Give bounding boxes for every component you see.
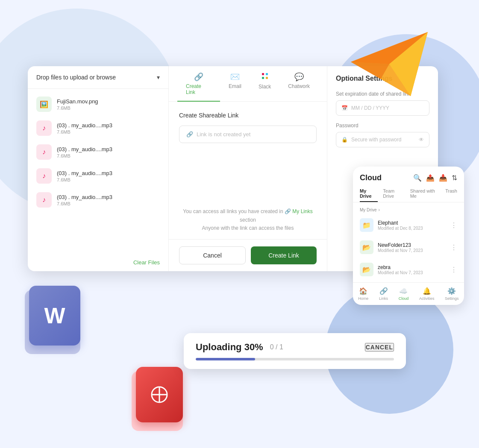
notice-text-1: You can access all links you have create…: [183, 208, 283, 214]
tabs-bar: 🔗 Create Link ✉️ Email Slack: [169, 66, 327, 102]
links-icon: 🔗: [379, 287, 388, 295]
cloud-card-header: Cloud 🔍 📤 📥 ⇅: [353, 167, 464, 186]
link-panel: 🔗 Create Link ✉️ Email Slack: [169, 66, 327, 271]
cancel-button[interactable]: Cancel: [179, 246, 246, 264]
link-notice: You can access all links you have create…: [169, 201, 327, 239]
nav-cloud-label: Cloud: [399, 296, 409, 301]
breadcrumb-label: My Drive: [360, 208, 376, 212]
date-placeholder: MM / DD / YYYY: [351, 105, 389, 111]
cloud-tab-my-drive[interactable]: My Drive: [360, 186, 378, 202]
nav-item-settings[interactable]: ⚙️ Settings: [445, 287, 459, 301]
file-size: 7.6MB: [57, 129, 160, 135]
chatwork-tab-icon: 💬: [294, 72, 304, 82]
settings-icon: ⚙️: [447, 287, 456, 295]
lock-icon: 🔒: [341, 137, 348, 143]
link-icon: 🔗: [186, 131, 193, 138]
shared-folder-icon: 📂: [360, 263, 373, 276]
eye-off-icon[interactable]: 👁: [419, 137, 424, 143]
svg-rect-7: [266, 77, 268, 79]
svg-rect-5: [266, 73, 268, 75]
tab-create-link[interactable]: 🔗 Create Link: [177, 66, 220, 101]
tab-chatwork[interactable]: 💬 Chatwork: [279, 66, 318, 101]
folder-name: NewFolder123: [378, 242, 446, 248]
file-info: (03) . my_audio....mp3 7.6MB: [57, 122, 160, 135]
nav-item-links[interactable]: 🔗 Links: [379, 287, 388, 301]
file-icon-audio: ♪: [36, 144, 52, 160]
cloud-breadcrumb: My Drive ›: [353, 206, 464, 214]
nav-activities-label: Activities: [419, 296, 435, 301]
file-icon-audio: ♪: [36, 120, 52, 136]
tab-create-link-label: Create Link: [186, 83, 212, 95]
folder-icon: 📁: [360, 218, 373, 232]
download-icon[interactable]: 📥: [439, 174, 447, 182]
nav-links-label: Links: [379, 296, 388, 301]
folder-name: Elephant: [378, 220, 446, 226]
list-item: ♪ (03) . my_audio....mp3 7.6MB: [28, 188, 168, 212]
file-info: (03) . my_audio....mp3 7.6MB: [57, 194, 160, 206]
folder-info: Elephant Modified at Dec 8, 2023: [378, 220, 446, 231]
nav-item-cloud[interactable]: ☁️ Cloud: [399, 287, 409, 301]
password-input-left: 🔒 Secure with password: [341, 137, 401, 143]
word-letter: W: [44, 303, 65, 328]
my-links-link[interactable]: My Links: [292, 208, 312, 214]
file-size: 7.6MB: [57, 201, 160, 206]
more-options-icon[interactable]: ⋮: [450, 221, 457, 229]
cloud-header-icons: 🔍 📤 📥 ⇅: [413, 174, 457, 182]
file-info: (03) . my_audio....mp3 7.6MB: [57, 146, 160, 158]
cloud-card: Cloud 🔍 📤 📥 ⇅ My Drive Team Drive Shared…: [353, 167, 464, 305]
file-panel-header[interactable]: Drop files to upload or browse ▾: [28, 66, 168, 89]
nav-item-home[interactable]: 🏠 Home: [358, 287, 368, 301]
more-options-icon[interactable]: ⋮: [450, 243, 457, 252]
nav-item-activities[interactable]: 🔔 Activities: [419, 287, 435, 301]
create-link-button[interactable]: Create Link: [251, 246, 317, 264]
link-input-box[interactable]: 🔗 Link is not created yet: [179, 126, 317, 143]
file-size: 7.6MB: [57, 177, 160, 182]
link-content: Create Shareable Link 🔗 Link is not crea…: [169, 102, 327, 201]
search-icon[interactable]: 🔍: [413, 174, 422, 182]
svg-rect-6: [262, 77, 264, 79]
password-placeholder: Secure with password: [351, 137, 401, 143]
upload-progress-card: Uploading 30% 0 / 1 CANCEL: [184, 333, 406, 369]
folder-info: zebra Modified at Nov 7, 2023: [378, 264, 446, 275]
date-input[interactable]: 📅 MM / DD / YYYY: [336, 100, 429, 116]
link-tab-icon: 🔗: [194, 72, 203, 82]
list-item: ♪ (03) . my_audio....mp3 7.6MB: [28, 164, 168, 188]
folder-date: Modified at Nov 7, 2023: [378, 270, 446, 275]
email-tab-icon: ✉️: [230, 72, 240, 82]
file-panel: Drop files to upload or browse ▾ 🖼️ Fuji…: [28, 66, 169, 271]
word-icon-body: W: [29, 286, 80, 346]
file-info: (03) . my_audio....mp3 7.6MB: [57, 170, 160, 182]
file-icon-audio: ♪: [36, 192, 52, 208]
svg-rect-4: [262, 73, 264, 75]
pdf-icon-body: [136, 367, 183, 422]
calendar-icon: 📅: [341, 105, 348, 111]
folder-date: Modified at Nov 7, 2023: [378, 248, 446, 253]
upload-cancel-button[interactable]: CANCEL: [365, 343, 394, 351]
folder-info: NewFolder123 Modified at Nov 7, 2023: [378, 242, 446, 253]
file-icon-image: 🖼️: [36, 97, 52, 112]
cloud-icon: ☁️: [399, 287, 408, 295]
tab-email[interactable]: ✉️ Email: [220, 66, 250, 101]
tab-email-label: Email: [229, 83, 241, 89]
sort-icon[interactable]: ⇅: [452, 174, 457, 182]
slack-tab-icon: [261, 72, 269, 82]
file-name: (03) . my_audio....mp3: [57, 146, 160, 152]
cloud-tab-team-drive[interactable]: Team Drive: [383, 186, 405, 202]
pdf-document-icon: [136, 367, 183, 422]
cloud-tab-trash[interactable]: Trash: [445, 186, 457, 202]
upload-icon[interactable]: 📤: [426, 174, 435, 182]
password-label: Password: [336, 123, 429, 129]
word-document-icon: W: [29, 286, 80, 346]
clear-files-button[interactable]: Clear Files: [133, 259, 160, 266]
file-name: (03) . my_audio....mp3: [57, 194, 160, 200]
password-input[interactable]: 🔒 Secure with password 👁: [336, 132, 429, 147]
drop-files-label: Drop files to upload or browse: [36, 74, 116, 81]
tab-slack[interactable]: Slack: [250, 66, 279, 101]
link-placeholder: Link is not created yet: [197, 131, 250, 138]
tab-slack-label: Slack: [259, 84, 271, 90]
anyone-notice: Anyone with the link can access the file…: [202, 225, 294, 231]
more-options-icon[interactable]: ⋮: [450, 266, 457, 274]
progress-bar-background: [196, 358, 394, 360]
nav-home-label: Home: [358, 296, 368, 301]
cloud-tab-shared[interactable]: Shared with Me: [410, 186, 441, 202]
